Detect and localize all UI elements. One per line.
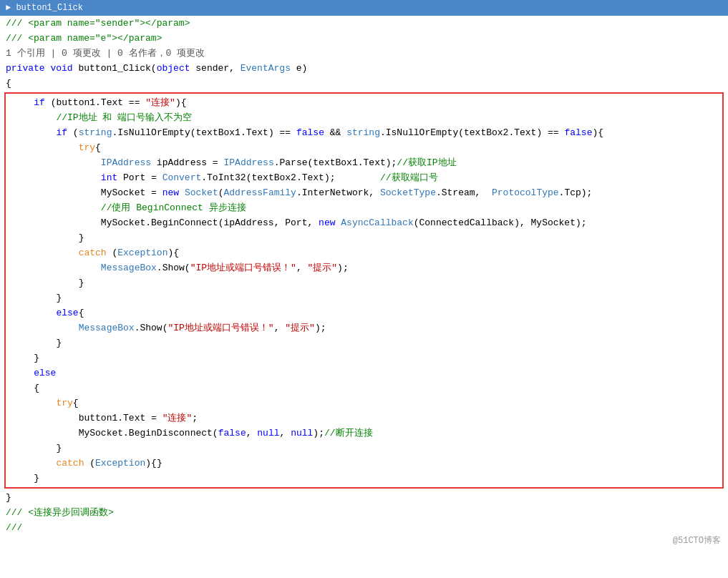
code-line: /// <box>0 520 728 535</box>
code-line: } <box>6 351 722 366</box>
code-line: private void button1_Click(object sender… <box>0 61 728 76</box>
code-line: if (string.IsNullOrEmpty(textBox1.Text) … <box>6 125 722 140</box>
code-line: /// <param name="e"></param> <box>0 31 728 46</box>
code-line: try{ <box>6 140 722 155</box>
code-line: MySocket.BeginConnect(ipAddress, Port, n… <box>6 215 722 230</box>
code-line: /// <param name="sender"></param> <box>0 16 728 31</box>
top-bar: ► button1_Click <box>0 0 728 16</box>
code-line: } <box>6 230 722 245</box>
code-line: else <box>6 366 722 381</box>
code-line: int Port = Convert.ToInt32(textBox2.Text… <box>6 170 722 185</box>
code-line: else{ <box>6 305 722 320</box>
code-line: //使用 BeginConnect 异步连接 <box>6 200 722 215</box>
code-line: } <box>6 471 722 486</box>
code-line: /// <连接异步回调函数> <box>0 505 728 520</box>
footer-credit: @51CTO博客 <box>673 534 721 547</box>
code-line: IPAddress ipAddress = IPAddress.Parse(te… <box>6 155 722 170</box>
code-container: ► button1_Click /// <param name="sender"… <box>0 0 728 549</box>
code-line: { <box>0 76 728 91</box>
code-line: { <box>6 381 722 396</box>
code-line: MessageBox.Show("IP地址或端口号错误！", "提示"); <box>6 320 722 335</box>
code-line: MessageBox.Show("IP地址或端口号错误！", "提示"); <box>6 260 722 275</box>
code-line: } <box>0 490 728 505</box>
code-line: } <box>6 335 722 351</box>
code-line: if (button1.Text == "连接"){ <box>6 95 722 110</box>
footer: @51CTO博客 <box>0 535 728 549</box>
code-line: try{ <box>6 396 722 411</box>
red-border-code-block: if (button1.Text == "连接"){ //IP地址 和 端口号输… <box>4 92 724 489</box>
code-line: 1 个引用 | 0 项更改 | 0 名作者，0 项更改 <box>0 46 728 61</box>
code-line: } <box>6 441 722 456</box>
code-line: MySocket = new Socket(AddressFamily.Inte… <box>6 185 722 200</box>
code-line: MySocket.BeginDisconnect(false, null, nu… <box>6 426 722 441</box>
post-box-lines: } /// <连接异步回调函数> /// <box>0 490 728 535</box>
pre-box-lines: /// <param name="sender"></param> /// <p… <box>0 16 728 91</box>
code-line: } <box>6 290 722 305</box>
code-line: catch (Exception){ <box>6 245 722 260</box>
code-line: //IP地址 和 端口号输入不为空 <box>6 110 722 125</box>
code-line: } <box>6 275 722 290</box>
top-bar-label: ► button1_Click <box>6 3 83 13</box>
code-line: catch (Exception){} <box>6 456 722 471</box>
code-line: button1.Text = "连接"; <box>6 411 722 426</box>
